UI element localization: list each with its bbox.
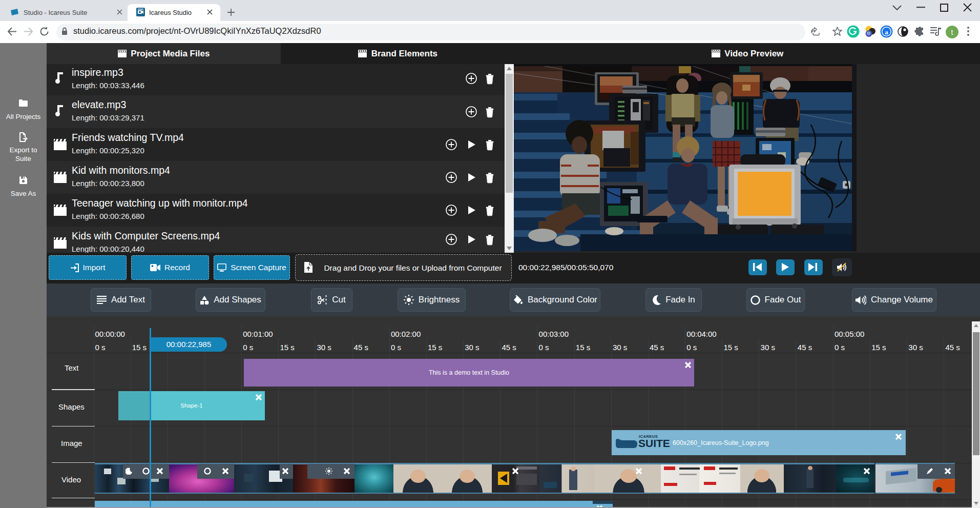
svg-text:a: a	[885, 28, 888, 36]
svg-text:t: t	[951, 28, 953, 36]
